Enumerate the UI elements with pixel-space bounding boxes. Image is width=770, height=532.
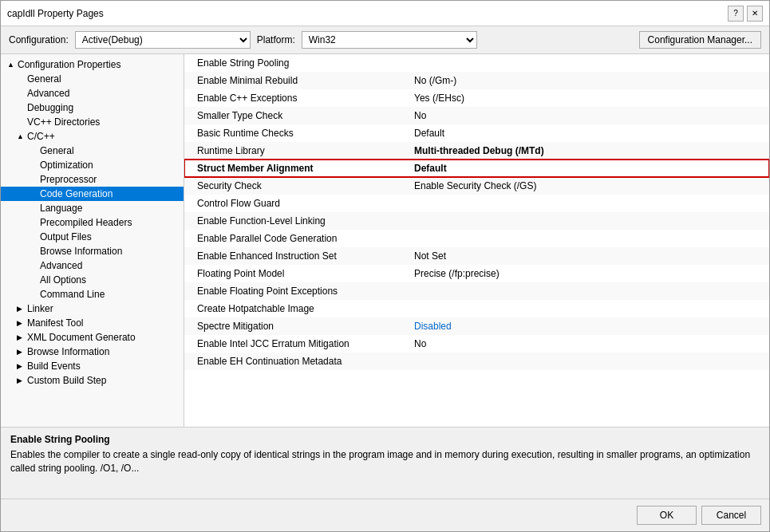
sidebar-item-cpp-general[interactable]: General: [1, 144, 184, 158]
table-row[interactable]: Struct Member AlignmentDefault: [184, 160, 769, 177]
prop-name: Enable String Pooling: [184, 54, 408, 72]
sidebar-item-label: Build Events: [27, 361, 81, 372]
prop-name: Runtime Library: [184, 142, 408, 160]
sidebar-item-config-props[interactable]: ▲Configuration Properties: [1, 57, 184, 72]
config-manager-button[interactable]: Configuration Manager...: [639, 31, 761, 49]
sidebar-item-linker[interactable]: ▶Linker: [1, 301, 184, 316]
sidebar-item-label: All Options: [40, 274, 86, 286]
table-row[interactable]: Smaller Type CheckNo: [184, 107, 769, 124]
prop-name: Control Flow Guard: [184, 195, 408, 212]
main-content: ▲Configuration PropertiesGeneralAdvanced…: [1, 54, 769, 427]
help-button[interactable]: ?: [728, 6, 744, 22]
table-row[interactable]: Spectre MitigationDisabled: [184, 317, 769, 335]
prop-name: Enable Parallel Code Generation: [184, 230, 408, 247]
sidebar-item-output-files[interactable]: Output Files: [1, 230, 184, 244]
sidebar-item-advanced2[interactable]: Advanced: [1, 258, 184, 273]
table-row[interactable]: Runtime LibraryMulti-threaded Debug (/MT…: [184, 142, 769, 160]
sidebar-item-preprocessor[interactable]: Preprocessor: [1, 172, 184, 187]
table-row[interactable]: Security CheckEnable Security Check (/GS…: [184, 177, 769, 195]
sidebar-item-browse-info[interactable]: Browse Information: [1, 244, 184, 258]
table-row[interactable]: Floating Point ModelPrecise (/fp:precise…: [184, 265, 769, 282]
table-row[interactable]: Enable Minimal RebuildNo (/Gm-): [184, 72, 769, 89]
table-row[interactable]: Enable C++ ExceptionsYes (/EHsc): [184, 89, 769, 107]
config-label: Configuration:: [9, 34, 69, 45]
sidebar-item-label: Precompiled Headers: [40, 217, 132, 228]
prop-name: Enable Floating Point Exceptions: [184, 282, 408, 300]
description-title: Enable String Pooling: [10, 434, 760, 445]
config-bar: Configuration: Active(Debug) Platform: W…: [1, 26, 769, 54]
sidebar-item-cmd-line[interactable]: Command Line: [1, 287, 184, 301]
tree-arrow-icon: ▶: [17, 362, 25, 370]
table-row[interactable]: Enable EH Continuation Metadata: [184, 353, 769, 370]
table-row[interactable]: Enable Enhanced Instruction SetNot Set: [184, 247, 769, 265]
prop-value: No: [408, 335, 769, 353]
prop-value: Not Set: [408, 247, 769, 265]
prop-value: [408, 54, 769, 72]
sidebar-item-build-events[interactable]: ▶Build Events: [1, 359, 184, 373]
prop-name: Smaller Type Check: [184, 107, 408, 124]
sidebar-item-label: General: [40, 145, 74, 156]
table-row[interactable]: Enable Function-Level Linking: [184, 212, 769, 230]
platform-select[interactable]: Win32: [302, 31, 477, 49]
sidebar-item-optimization[interactable]: Optimization: [1, 158, 184, 172]
sidebar-item-xml-doc[interactable]: ▶XML Document Generato: [1, 330, 184, 345]
title-bar: capIdll Property Pages ? ✕: [1, 1, 769, 26]
prop-name: Enable Intel JCC Erratum Mitigation: [184, 335, 408, 353]
table-row[interactable]: Control Flow Guard: [184, 195, 769, 212]
sidebar-item-custom-build[interactable]: ▶Custom Build Step: [1, 373, 184, 388]
prop-value: Disabled: [408, 317, 769, 335]
configuration-select[interactable]: Active(Debug): [75, 31, 251, 49]
sidebar-item-label: Manifest Tool: [27, 317, 83, 329]
tree-arrow-icon: ▲: [7, 61, 15, 69]
tree-arrow-icon: ▶: [17, 376, 25, 384]
sidebar-item-debugging[interactable]: Debugging: [1, 100, 184, 115]
sidebar-item-browse-info2[interactable]: ▶Browse Information: [1, 345, 184, 359]
sidebar-item-precompiled[interactable]: Precompiled Headers: [1, 215, 184, 230]
prop-name: Basic Runtime Checks: [184, 124, 408, 142]
tree-arrow-icon: ▶: [17, 333, 25, 341]
properties-panel: Enable String PoolingEnable Minimal Rebu…: [184, 54, 769, 427]
sidebar-tree: ▲Configuration PropertiesGeneralAdvanced…: [1, 54, 184, 427]
table-row[interactable]: Enable Intel JCC Erratum MitigationNo: [184, 335, 769, 353]
sidebar-item-language[interactable]: Language: [1, 201, 184, 215]
tree-arrow-icon: ▲: [17, 132, 25, 140]
ok-button[interactable]: OK: [637, 506, 697, 525]
cancel-button[interactable]: Cancel: [701, 506, 761, 525]
prop-name: Security Check: [184, 177, 408, 195]
prop-name: Floating Point Model: [184, 265, 408, 282]
sidebar-item-vc-dirs[interactable]: VC++ Directories: [1, 115, 184, 129]
prop-name: Enable Enhanced Instruction Set: [184, 247, 408, 265]
sidebar-item-label: C/C++: [27, 131, 55, 142]
sidebar-item-label: Browse Information: [27, 346, 109, 357]
sidebar-item-advanced[interactable]: Advanced: [1, 86, 184, 100]
sidebar-item-label: Custom Build Step: [27, 375, 106, 386]
table-row[interactable]: Enable Parallel Code Generation: [184, 230, 769, 247]
tree-arrow-icon: ▶: [17, 348, 25, 356]
sidebar-item-label: Advanced: [40, 260, 82, 271]
bottom-bar: OK Cancel: [1, 499, 769, 531]
sidebar-item-label: Configuration Properties: [18, 59, 120, 70]
table-row[interactable]: Enable Floating Point Exceptions: [184, 282, 769, 300]
sidebar-item-cpp[interactable]: ▲C/C++: [1, 129, 184, 144]
sidebar-item-label: Debugging: [27, 102, 73, 113]
sidebar-item-all-options[interactable]: All Options: [1, 273, 184, 287]
prop-value: Enable Security Check (/GS): [408, 177, 769, 195]
prop-value: Precise (/fp:precise): [408, 265, 769, 282]
table-row[interactable]: Basic Runtime ChecksDefault: [184, 124, 769, 142]
prop-name: Spectre Mitigation: [184, 317, 408, 335]
sidebar-item-manifest-tool[interactable]: ▶Manifest Tool: [1, 316, 184, 330]
sidebar-item-general[interactable]: General: [1, 72, 184, 86]
table-row[interactable]: Create Hotpatchable Image: [184, 300, 769, 317]
sidebar-item-label: Advanced: [27, 88, 69, 99]
prop-value: No (/Gm-): [408, 72, 769, 89]
close-button[interactable]: ✕: [747, 6, 763, 22]
sidebar-item-label: Optimization: [40, 160, 93, 171]
platform-label: Platform:: [257, 34, 295, 45]
tree-arrow-icon: ▶: [17, 305, 25, 313]
title-controls: ? ✕: [728, 6, 763, 22]
table-row[interactable]: Enable String Pooling: [184, 54, 769, 72]
sidebar-item-code-gen[interactable]: Code Generation: [1, 187, 184, 201]
sidebar-item-label: Preprocessor: [40, 174, 97, 185]
sidebar: ▲Configuration PropertiesGeneralAdvanced…: [1, 54, 184, 427]
prop-name: Enable Minimal Rebuild: [184, 72, 408, 89]
